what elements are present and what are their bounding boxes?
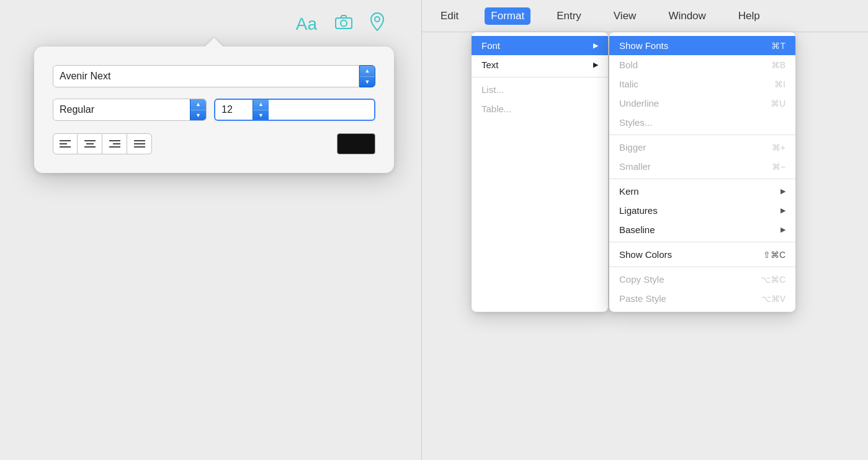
menu-item-entry[interactable]: Entry — [550, 7, 588, 25]
font-submenu-paste-style: Paste Style ⌥⌘V — [609, 289, 795, 308]
bold-label: Bold — [619, 60, 638, 70]
font-style-input[interactable] — [53, 99, 190, 120]
format-divider-1 — [472, 77, 608, 77]
menu-item-help[interactable]: Help — [732, 7, 766, 25]
kern-arrow: ▶ — [781, 187, 785, 195]
font-submenu-bold: Bold ⌘B — [609, 55, 795, 74]
align-center-button[interactable] — [78, 133, 102, 154]
menu-bar: Edit Format Entry View Window Help — [422, 0, 868, 32]
font-submenu-show-colors[interactable]: Show Colors ⇧⌘C — [609, 245, 795, 264]
font-name-step-up[interactable]: ▲ — [360, 66, 375, 77]
font-submenu-arrow: ▶ — [593, 42, 598, 50]
camera-icon[interactable] — [334, 14, 353, 34]
italic-shortcut: ⌘I — [774, 79, 785, 89]
text-submenu-arrow: ▶ — [593, 61, 598, 69]
align-right-button[interactable] — [102, 133, 127, 154]
font-submenu-underline: Underline ⌘U — [609, 94, 795, 113]
font-submenu: Show Fonts ⌘T Bold ⌘B Italic ⌘I Underlin… — [609, 32, 795, 312]
font-size-step-down[interactable]: ▼ — [253, 110, 269, 122]
font-submenu-divider-4 — [609, 267, 795, 267]
font-style-step-down[interactable]: ▼ — [190, 110, 206, 122]
format-menu-font-label: Font — [481, 40, 500, 51]
format-menu-table: Table... — [472, 99, 608, 118]
right-panel: Edit Format Entry View Window Help Font … — [422, 0, 868, 460]
format-menu-table-label: Table... — [481, 104, 511, 114]
color-swatch[interactable] — [337, 133, 375, 154]
paste-style-label: Paste Style — [619, 293, 666, 304]
font-size-input[interactable] — [215, 99, 253, 120]
smaller-label: Smaller — [619, 161, 651, 172]
show-colors-label: Show Colors — [619, 249, 672, 260]
show-fonts-label: Show Fonts — [619, 40, 668, 51]
alignment-row — [53, 133, 375, 154]
format-menu-text[interactable]: Text ▶ — [472, 55, 608, 74]
font-submenu-baseline[interactable]: Baseline ▶ — [609, 220, 795, 239]
baseline-label: Baseline — [619, 224, 655, 235]
font-submenu-kern[interactable]: Kern ▶ — [609, 182, 795, 201]
svg-point-2 — [375, 17, 380, 22]
left-panel: Aa ▲ ▼ — [0, 0, 422, 460]
menu-item-window[interactable]: Window — [662, 7, 712, 25]
font-size-wrap: ▲ ▼ — [214, 99, 375, 121]
menu-item-view[interactable]: View — [607, 7, 643, 25]
font-name-input[interactable] — [53, 65, 359, 87]
font-submenu-styles: Styles... — [609, 113, 795, 132]
format-dropdown: Font ▶ Text ▶ List... Table... — [472, 32, 608, 312]
ligatures-label: Ligatures — [619, 205, 658, 216]
copy-style-label: Copy Style — [619, 274, 664, 285]
font-submenu-divider-1 — [609, 135, 795, 135]
bigger-shortcut: ⌘+ — [772, 143, 785, 153]
font-submenu-copy-style: Copy Style ⌥⌘C — [609, 270, 795, 289]
font-popover: ▲ ▼ ▲ ▼ ▲ ▼ — [34, 46, 394, 173]
font-style-stepper[interactable]: ▲ ▼ — [190, 99, 206, 121]
format-menu-list: List... — [472, 80, 608, 99]
font-name-row: ▲ ▼ — [53, 65, 375, 87]
paste-style-shortcut: ⌥⌘V — [761, 294, 785, 304]
pin-icon[interactable] — [370, 12, 384, 35]
copy-style-shortcut: ⌥⌘C — [761, 275, 785, 285]
font-style-wrap: ▲ ▼ — [53, 99, 207, 121]
bold-shortcut: ⌘B — [771, 60, 785, 70]
dropdown-container: Font ▶ Text ▶ List... Table... Show Font… — [472, 32, 795, 312]
format-menu-text-label: Text — [481, 60, 499, 70]
format-menu-font[interactable]: Font ▶ — [472, 36, 608, 55]
left-toolbar: Aa — [296, 12, 384, 35]
font-submenu-show-fonts[interactable]: Show Fonts ⌘T — [609, 36, 795, 55]
font-submenu-ligatures[interactable]: Ligatures ▶ — [609, 201, 795, 220]
kern-label: Kern — [619, 186, 639, 197]
font-size-step-up[interactable]: ▲ — [253, 99, 269, 110]
font-style-step-up[interactable]: ▲ — [190, 99, 206, 110]
baseline-arrow: ▶ — [781, 226, 785, 234]
font-submenu-italic: Italic ⌘I — [609, 74, 795, 94]
italic-label: Italic — [619, 79, 638, 89]
font-name-stepper[interactable]: ▲ ▼ — [359, 65, 375, 87]
font-submenu-divider-2 — [609, 179, 795, 179]
smaller-shortcut: ⌘− — [772, 162, 785, 172]
show-fonts-shortcut: ⌘T — [771, 41, 785, 51]
align-justify-button[interactable] — [127, 133, 152, 154]
font-submenu-smaller: Smaller ⌘− — [609, 157, 795, 176]
font-icon[interactable]: Aa — [296, 14, 317, 34]
align-left-button[interactable] — [53, 133, 78, 154]
show-colors-shortcut: ⇧⌘C — [763, 250, 785, 260]
font-name-step-down[interactable]: ▼ — [360, 77, 375, 87]
svg-point-1 — [341, 20, 347, 27]
underline-label: Underline — [619, 98, 659, 108]
underline-shortcut: ⌘U — [771, 99, 785, 108]
font-submenu-divider-3 — [609, 242, 795, 242]
ligatures-arrow: ▶ — [781, 206, 785, 215]
bigger-label: Bigger — [619, 142, 646, 153]
menu-item-edit[interactable]: Edit — [434, 7, 465, 25]
font-style-row: ▲ ▼ ▲ ▼ — [53, 99, 375, 121]
font-size-stepper[interactable]: ▲ ▼ — [253, 99, 269, 121]
styles-label: Styles... — [619, 117, 652, 128]
format-menu-list-label: List... — [481, 84, 504, 95]
menu-item-format[interactable]: Format — [485, 7, 530, 25]
font-submenu-bigger: Bigger ⌘+ — [609, 138, 795, 157]
